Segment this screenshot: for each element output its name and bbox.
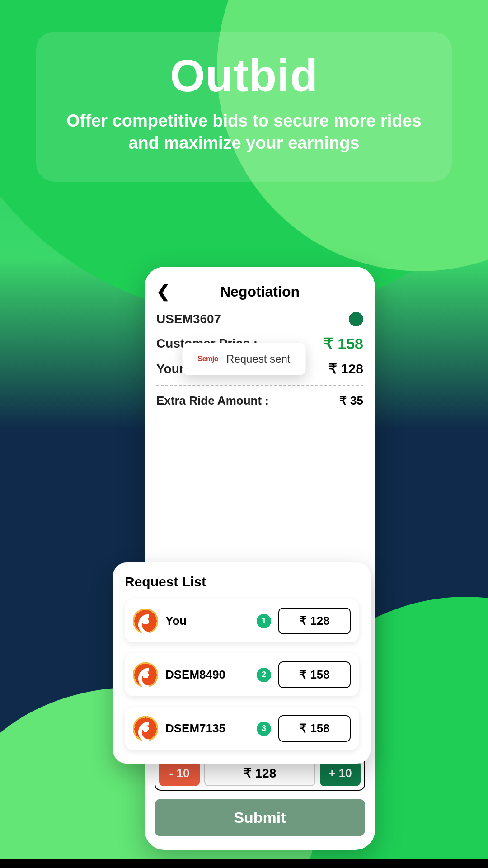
- rank-badge: 3: [257, 722, 271, 736]
- page-title: Negotiation: [156, 283, 363, 300]
- hero-banner: Outbid Offer competitive bids to secure …: [36, 32, 452, 182]
- customer-price-value: ₹ 158: [324, 335, 363, 353]
- avatar-icon: [133, 609, 158, 634]
- request-list-item[interactable]: DSEM7135 3 ₹ 158: [125, 707, 359, 750]
- submit-button[interactable]: Submit: [155, 799, 365, 836]
- avatar-icon: [133, 716, 158, 741]
- rank-badge: 2: [257, 668, 271, 682]
- status-indicator-icon: [349, 312, 363, 326]
- request-list-title: Request List: [125, 574, 359, 590]
- bidder-name: DSEM8490: [165, 668, 249, 682]
- increase-bid-button[interactable]: + 10: [320, 760, 361, 786]
- user-id: USEM3607: [156, 312, 221, 326]
- request-sent-toast: Semjo Request sent: [183, 343, 306, 375]
- request-list-item[interactable]: You 1 ₹ 128: [125, 599, 359, 642]
- bidder-name: You: [165, 614, 249, 628]
- your-price-value: ₹ 128: [328, 361, 363, 377]
- hero-title: Outbid: [59, 50, 429, 102]
- decrease-bid-button[interactable]: - 10: [159, 760, 200, 786]
- bottom-bar: [0, 859, 488, 868]
- bid-price: ₹ 158: [278, 661, 351, 688]
- bidder-name: DSEM7135: [165, 722, 249, 736]
- toast-brand-icon: Semjo: [198, 355, 219, 363]
- toast-text: Request sent: [226, 353, 290, 365]
- request-list-card: Request List You 1 ₹ 128 DSEM8490 2 ₹ 15…: [113, 562, 371, 764]
- avatar-icon: [133, 662, 158, 688]
- bid-value: ₹ 128: [204, 760, 315, 786]
- extra-amount-value: ₹ 35: [339, 394, 363, 408]
- hero-subtitle: Offer competitive bids to secure more ri…: [59, 110, 429, 155]
- request-list-item[interactable]: DSEM8490 2 ₹ 158: [125, 653, 359, 696]
- extra-amount-label: Extra Ride Amount :: [156, 394, 269, 408]
- rank-badge: 1: [257, 614, 271, 628]
- bid-price: ₹ 128: [278, 608, 351, 634]
- bid-price: ₹ 158: [278, 715, 351, 742]
